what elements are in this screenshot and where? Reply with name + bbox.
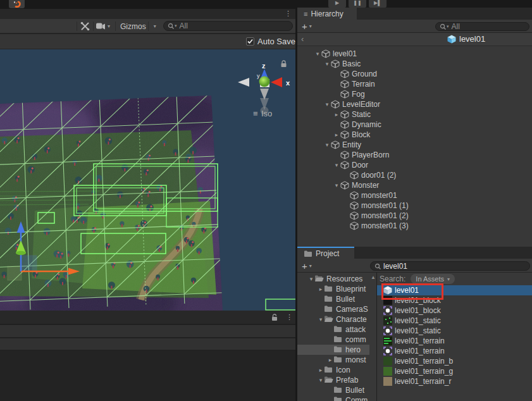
tab-project[interactable]: Project [297, 247, 354, 259]
hierarchy-row[interactable]: Dynamic [297, 120, 532, 130]
folder-icon [333, 335, 343, 345]
foldout-arrow-icon[interactable]: ▾ [323, 61, 331, 67]
project-search-input[interactable]: level01 [370, 261, 530, 271]
hierarchy-add-button[interactable]: + ▾ [302, 21, 312, 32]
project-folder-row[interactable]: ▾Prefab [297, 375, 369, 385]
hierarchy-row[interactable]: ▸Static [297, 109, 532, 120]
project-result-row[interactable]: level01_static [377, 326, 532, 336]
project-folder-row[interactable]: attack [297, 324, 369, 335]
asset-label: level01_terrain [395, 336, 445, 345]
hierarchy-row[interactable]: Ground [297, 69, 532, 79]
folder-label: Characte [333, 315, 367, 324]
autosave-checkbox[interactable] [246, 37, 254, 46]
project-search-value: level01 [383, 262, 407, 271]
scope-value: In Assets [416, 275, 444, 283]
scene-menu-icon[interactable]: ⋮ [285, 10, 292, 17]
scene-viewport[interactable]: z y x ≡ Iso [0, 49, 295, 311]
foldout-arrow-icon[interactable]: ▸ [333, 111, 340, 118]
hierarchy-row[interactable]: ▾level01 [297, 49, 532, 59]
foldout-arrow-icon[interactable]: ▾ [318, 316, 324, 323]
project-folder-row[interactable]: hero [297, 345, 369, 355]
hierarchy-row[interactable]: ▾Door [297, 160, 532, 170]
hierarchy-row[interactable]: monster01 (1) [297, 200, 532, 211]
axis-y-sphere[interactable] [259, 77, 270, 87]
search-scope-dropdown[interactable]: In Assets ▾ [411, 274, 455, 284]
gameobject-label: level01 [331, 49, 357, 58]
hierarchy-row[interactable]: PlayerBorn [297, 150, 532, 160]
project-result-row[interactable]: level01_terrain [377, 346, 532, 356]
project-folder-row[interactable]: comm [297, 335, 369, 345]
asset-label: level01_static [395, 316, 441, 325]
hierarchy-row[interactable]: Fog [297, 89, 532, 99]
foldout-arrow-icon[interactable]: ▾ [323, 142, 331, 148]
breadcrumb-back-button[interactable]: ‹ [301, 34, 304, 44]
hierarchy-row[interactable]: door01 (2) [297, 170, 532, 180]
folder-icon [333, 385, 343, 395]
annotation-highlight-box [381, 283, 443, 300]
pause-button[interactable]: ❚❚ [349, 0, 366, 8]
foldout-arrow-icon[interactable]: ▸ [333, 132, 340, 138]
projection-toggle[interactable]: ≡ Iso [253, 109, 272, 118]
project-result-row[interactable]: level01_block [377, 305, 532, 316]
hierarchy-row[interactable]: monster01 (2) [297, 211, 532, 221]
foldout-arrow-icon[interactable]: ▾ [333, 182, 340, 188]
scroll-up-icon[interactable]: ▲ [371, 275, 376, 280]
project-folder-row[interactable]: Bullet [297, 294, 369, 304]
play-button[interactable]: ▶ [328, 0, 346, 8]
foldout-arrow-icon[interactable]: ▾ [308, 276, 314, 282]
hierarchy-row[interactable]: monster01 (3) [297, 221, 532, 231]
project-result-row[interactable]: level01_terrain [377, 336, 532, 346]
tex-stripes-texture-icon [383, 336, 392, 345]
hierarchy-row[interactable]: ▾LevelEditor [297, 99, 532, 109]
unlock-icon[interactable] [271, 314, 278, 321]
project-folder-row[interactable]: ▸Icon [297, 365, 369, 375]
hierarchy-row[interactable]: monster01 [297, 190, 532, 200]
project-folder-row[interactable]: Bullet [297, 385, 369, 395]
foldout-arrow-icon[interactable]: ▸ [327, 357, 333, 363]
project-result-row[interactable]: level01_static [377, 316, 532, 326]
project-folder-row[interactable]: CameraS [297, 304, 369, 314]
sprite-icon [383, 347, 392, 355]
plus-icon: + [302, 21, 307, 32]
hierarchy-row[interactable]: ▾Entity [297, 140, 532, 150]
project-folder-row[interactable]: ▸monst [297, 355, 369, 365]
hierarchy-search-input[interactable]: ▾ All [435, 22, 529, 31]
project-folder-row[interactable]: ▾Characte [297, 314, 369, 324]
foldout-arrow-icon[interactable]: ▾ [323, 101, 331, 108]
gameobject-cube-icon [331, 140, 340, 149]
hierarchy-row[interactable]: Terrain [297, 79, 532, 89]
search-icon [168, 23, 174, 29]
project-result-row[interactable]: level01_terrain_g [377, 366, 532, 376]
asset-label: level01_terrain_b [395, 357, 453, 366]
breadcrumb-current[interactable]: level01 [447, 34, 485, 44]
hierarchy-row[interactable]: ▾Monster [297, 180, 532, 190]
scene-camera-button[interactable]: ▾ [96, 21, 110, 32]
foldout-arrow-icon[interactable]: ▾ [314, 51, 321, 57]
hierarchy-row[interactable]: ▸Block [297, 130, 532, 140]
foldout-arrow-icon[interactable]: ▾ [318, 377, 324, 383]
sprite-icon [383, 326, 392, 335]
gizmos-dropdown[interactable]: Gizmos ▾ [120, 21, 156, 32]
project-folder-row[interactable]: ▸Blueprint [297, 284, 369, 294]
bottom-panel-menu-icon[interactable]: ⋮ [286, 314, 293, 321]
foldout-arrow-icon[interactable]: ▾ [333, 162, 340, 168]
project-tree-scrollbar[interactable]: ▲ [369, 273, 376, 401]
collab-button[interactable] [9, 0, 25, 8]
project-add-button[interactable]: + ▾ [302, 261, 312, 271]
bottom-panel-header: ⋮ [0, 311, 295, 324]
chevron-down-icon: ▾ [309, 23, 312, 29]
foldout-arrow-icon[interactable]: ▸ [318, 367, 324, 373]
tool-settings-button[interactable] [80, 21, 90, 32]
hierarchy-row[interactable]: ▾Basic [297, 59, 532, 69]
scene-search-input[interactable]: ▾ All [163, 21, 293, 31]
tab-hierarchy[interactable]: ≡ Hierarchy [297, 8, 357, 20]
gameobject-cube-icon [340, 90, 350, 99]
step-button[interactable]: ▶▌ [369, 0, 387, 8]
project-result-row[interactable]: level01_terrain_b [377, 356, 532, 366]
project-tab-label: Project [316, 249, 339, 258]
project-folder-row[interactable]: Comm [297, 395, 369, 401]
project-folder-row[interactable]: ▾Resources [297, 274, 369, 284]
foldout-arrow-icon[interactable]: ▸ [318, 286, 324, 292]
project-result-row[interactable]: level01_terrain_r [377, 376, 532, 386]
gameobject-cube-icon [340, 181, 350, 190]
